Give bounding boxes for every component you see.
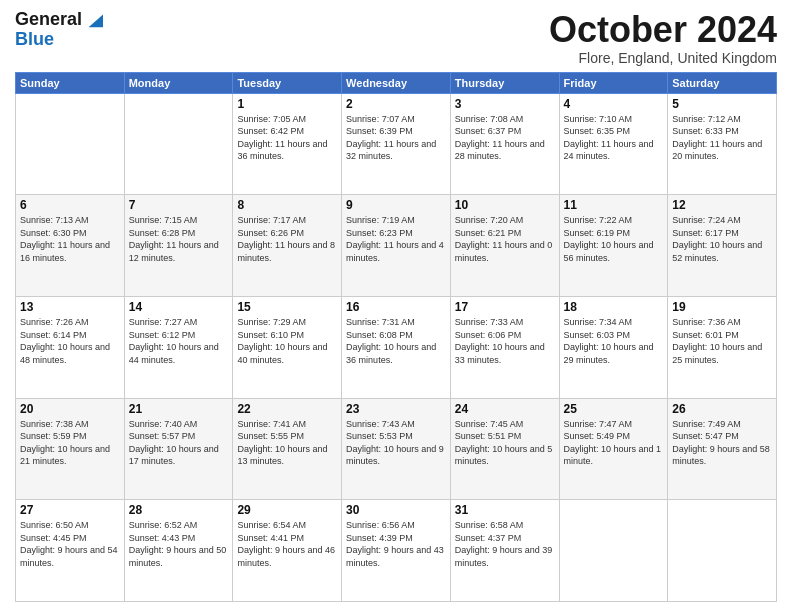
cell-w3-d1: 13Sunrise: 7:26 AM Sunset: 6:14 PM Dayli… [16, 296, 125, 398]
cell-w3-d6: 18Sunrise: 7:34 AM Sunset: 6:03 PM Dayli… [559, 296, 668, 398]
header-wednesday: Wednesday [342, 72, 451, 93]
day-info: Sunrise: 7:29 AM Sunset: 6:10 PM Dayligh… [237, 316, 337, 366]
cell-w2-d4: 9Sunrise: 7:19 AM Sunset: 6:23 PM Daylig… [342, 195, 451, 297]
day-number: 6 [20, 198, 120, 212]
day-info: Sunrise: 7:10 AM Sunset: 6:35 PM Dayligh… [564, 113, 664, 163]
day-info: Sunrise: 7:34 AM Sunset: 6:03 PM Dayligh… [564, 316, 664, 366]
day-info: Sunrise: 7:26 AM Sunset: 6:14 PM Dayligh… [20, 316, 120, 366]
day-info: Sunrise: 7:24 AM Sunset: 6:17 PM Dayligh… [672, 214, 772, 264]
header-tuesday: Tuesday [233, 72, 342, 93]
cell-w2-d5: 10Sunrise: 7:20 AM Sunset: 6:21 PM Dayli… [450, 195, 559, 297]
cell-w5-d6 [559, 500, 668, 602]
day-number: 20 [20, 402, 120, 416]
day-info: Sunrise: 7:38 AM Sunset: 5:59 PM Dayligh… [20, 418, 120, 468]
header-monday: Monday [124, 72, 233, 93]
cell-w2-d2: 7Sunrise: 7:15 AM Sunset: 6:28 PM Daylig… [124, 195, 233, 297]
day-number: 24 [455, 402, 555, 416]
day-info: Sunrise: 7:13 AM Sunset: 6:30 PM Dayligh… [20, 214, 120, 264]
day-number: 11 [564, 198, 664, 212]
cell-w4-d6: 25Sunrise: 7:47 AM Sunset: 5:49 PM Dayli… [559, 398, 668, 500]
day-info: Sunrise: 7:17 AM Sunset: 6:26 PM Dayligh… [237, 214, 337, 264]
day-number: 15 [237, 300, 337, 314]
logo-blue: Blue [15, 30, 103, 50]
cell-w5-d7 [668, 500, 777, 602]
day-info: Sunrise: 6:50 AM Sunset: 4:45 PM Dayligh… [20, 519, 120, 569]
day-info: Sunrise: 6:52 AM Sunset: 4:43 PM Dayligh… [129, 519, 229, 569]
day-number: 29 [237, 503, 337, 517]
day-number: 19 [672, 300, 772, 314]
svg-marker-0 [89, 14, 103, 27]
week-row-3: 13Sunrise: 7:26 AM Sunset: 6:14 PM Dayli… [16, 296, 777, 398]
cell-w1-d1 [16, 93, 125, 195]
cell-w2-d3: 8Sunrise: 7:17 AM Sunset: 6:26 PM Daylig… [233, 195, 342, 297]
day-info: Sunrise: 7:36 AM Sunset: 6:01 PM Dayligh… [672, 316, 772, 366]
day-number: 21 [129, 402, 229, 416]
day-number: 23 [346, 402, 446, 416]
day-info: Sunrise: 6:54 AM Sunset: 4:41 PM Dayligh… [237, 519, 337, 569]
title-block: October 2024 Flore, England, United King… [549, 10, 777, 66]
day-info: Sunrise: 6:56 AM Sunset: 4:39 PM Dayligh… [346, 519, 446, 569]
day-number: 13 [20, 300, 120, 314]
cell-w3-d2: 14Sunrise: 7:27 AM Sunset: 6:12 PM Dayli… [124, 296, 233, 398]
cell-w5-d5: 31Sunrise: 6:58 AM Sunset: 4:37 PM Dayli… [450, 500, 559, 602]
header-sunday: Sunday [16, 72, 125, 93]
day-info: Sunrise: 7:49 AM Sunset: 5:47 PM Dayligh… [672, 418, 772, 468]
day-number: 31 [455, 503, 555, 517]
day-number: 16 [346, 300, 446, 314]
location: Flore, England, United Kingdom [549, 50, 777, 66]
day-info: Sunrise: 7:22 AM Sunset: 6:19 PM Dayligh… [564, 214, 664, 264]
day-number: 4 [564, 97, 664, 111]
day-info: Sunrise: 7:07 AM Sunset: 6:39 PM Dayligh… [346, 113, 446, 163]
day-info: Sunrise: 7:43 AM Sunset: 5:53 PM Dayligh… [346, 418, 446, 468]
cell-w1-d4: 2Sunrise: 7:07 AM Sunset: 6:39 PM Daylig… [342, 93, 451, 195]
cell-w4-d5: 24Sunrise: 7:45 AM Sunset: 5:51 PM Dayli… [450, 398, 559, 500]
cell-w3-d5: 17Sunrise: 7:33 AM Sunset: 6:06 PM Dayli… [450, 296, 559, 398]
cell-w1-d5: 3Sunrise: 7:08 AM Sunset: 6:37 PM Daylig… [450, 93, 559, 195]
page: General Blue October 2024 Flore, England… [0, 0, 792, 612]
day-number: 30 [346, 503, 446, 517]
month-title: October 2024 [549, 10, 777, 50]
day-number: 5 [672, 97, 772, 111]
cell-w4-d1: 20Sunrise: 7:38 AM Sunset: 5:59 PM Dayli… [16, 398, 125, 500]
day-info: Sunrise: 7:41 AM Sunset: 5:55 PM Dayligh… [237, 418, 337, 468]
cell-w4-d2: 21Sunrise: 7:40 AM Sunset: 5:57 PM Dayli… [124, 398, 233, 500]
day-number: 17 [455, 300, 555, 314]
cell-w5-d3: 29Sunrise: 6:54 AM Sunset: 4:41 PM Dayli… [233, 500, 342, 602]
day-number: 27 [20, 503, 120, 517]
day-number: 25 [564, 402, 664, 416]
header-saturday: Saturday [668, 72, 777, 93]
cell-w3-d7: 19Sunrise: 7:36 AM Sunset: 6:01 PM Dayli… [668, 296, 777, 398]
cell-w2-d6: 11Sunrise: 7:22 AM Sunset: 6:19 PM Dayli… [559, 195, 668, 297]
day-number: 12 [672, 198, 772, 212]
day-info: Sunrise: 7:27 AM Sunset: 6:12 PM Dayligh… [129, 316, 229, 366]
day-number: 26 [672, 402, 772, 416]
day-number: 18 [564, 300, 664, 314]
day-info: Sunrise: 6:58 AM Sunset: 4:37 PM Dayligh… [455, 519, 555, 569]
day-header-row: SundayMondayTuesdayWednesdayThursdayFrid… [16, 72, 777, 93]
logo-general: General [15, 10, 82, 30]
day-number: 9 [346, 198, 446, 212]
day-number: 8 [237, 198, 337, 212]
day-info: Sunrise: 7:45 AM Sunset: 5:51 PM Dayligh… [455, 418, 555, 468]
week-row-1: 1Sunrise: 7:05 AM Sunset: 6:42 PM Daylig… [16, 93, 777, 195]
week-row-5: 27Sunrise: 6:50 AM Sunset: 4:45 PM Dayli… [16, 500, 777, 602]
day-number: 22 [237, 402, 337, 416]
cell-w4-d4: 23Sunrise: 7:43 AM Sunset: 5:53 PM Dayli… [342, 398, 451, 500]
cell-w5-d1: 27Sunrise: 6:50 AM Sunset: 4:45 PM Dayli… [16, 500, 125, 602]
cell-w1-d3: 1Sunrise: 7:05 AM Sunset: 6:42 PM Daylig… [233, 93, 342, 195]
day-number: 3 [455, 97, 555, 111]
day-number: 14 [129, 300, 229, 314]
cell-w2-d7: 12Sunrise: 7:24 AM Sunset: 6:17 PM Dayli… [668, 195, 777, 297]
day-info: Sunrise: 7:15 AM Sunset: 6:28 PM Dayligh… [129, 214, 229, 264]
cell-w3-d4: 16Sunrise: 7:31 AM Sunset: 6:08 PM Dayli… [342, 296, 451, 398]
cell-w5-d2: 28Sunrise: 6:52 AM Sunset: 4:43 PM Dayli… [124, 500, 233, 602]
day-info: Sunrise: 7:31 AM Sunset: 6:08 PM Dayligh… [346, 316, 446, 366]
header-friday: Friday [559, 72, 668, 93]
day-info: Sunrise: 7:20 AM Sunset: 6:21 PM Dayligh… [455, 214, 555, 264]
cell-w5-d4: 30Sunrise: 6:56 AM Sunset: 4:39 PM Dayli… [342, 500, 451, 602]
cell-w1-d6: 4Sunrise: 7:10 AM Sunset: 6:35 PM Daylig… [559, 93, 668, 195]
cell-w2-d1: 6Sunrise: 7:13 AM Sunset: 6:30 PM Daylig… [16, 195, 125, 297]
day-info: Sunrise: 7:40 AM Sunset: 5:57 PM Dayligh… [129, 418, 229, 468]
day-number: 2 [346, 97, 446, 111]
day-info: Sunrise: 7:05 AM Sunset: 6:42 PM Dayligh… [237, 113, 337, 163]
